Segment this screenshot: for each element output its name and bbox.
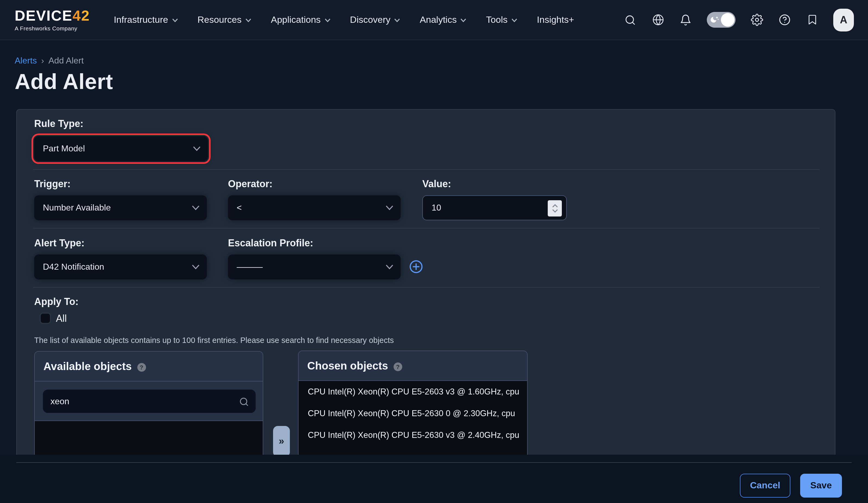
chevron-down-icon [192, 264, 200, 270]
escalation-profile-select[interactable]: ——— [228, 254, 401, 280]
menu-item-applications[interactable]: Applications [271, 14, 330, 25]
theme-toggle[interactable] [707, 12, 735, 28]
value-input[interactable] [423, 196, 566, 220]
toggle-knob [721, 13, 734, 27]
main-menu: Infrastructure Resources Applications Di… [114, 14, 574, 25]
apply-to-label: Apply To: [34, 296, 79, 308]
menu-item-insights[interactable]: Insights+ [537, 14, 574, 25]
help-badge-icon[interactable]: ? [394, 362, 402, 371]
search-icon [239, 397, 249, 407]
menu-item-resources[interactable]: Resources [197, 14, 251, 25]
divider [33, 169, 820, 170]
help-badge-icon[interactable]: ? [137, 363, 146, 371]
settings-gear-icon[interactable] [750, 13, 763, 26]
stepper-down-icon [552, 209, 558, 213]
chevron-down-icon [245, 19, 251, 22]
rule-type-label: Rule Type: [34, 118, 83, 130]
form-footer: Cancel Save [0, 455, 868, 503]
chevron-down-icon [324, 19, 330, 22]
chevron-down-icon [461, 19, 467, 22]
available-objects-title: Available objects [43, 360, 132, 373]
help-icon[interactable] [778, 13, 791, 26]
alert-type-label: Alert Type: [34, 238, 84, 249]
footer-divider [16, 462, 852, 463]
number-stepper[interactable] [548, 200, 562, 217]
move-to-chosen-button[interactable]: » [273, 426, 290, 457]
plus-circle-icon [409, 259, 423, 274]
cancel-button[interactable]: Cancel [740, 474, 790, 497]
value-label: Value: [422, 179, 451, 190]
chevron-down-icon [172, 19, 178, 22]
chosen-object-row[interactable]: CPU Intel(R) Xeon(R) CPU E5-2603 v3 @ 1.… [299, 381, 527, 402]
logo-accent: 42 [72, 8, 90, 24]
add-escalation-profile-button[interactable] [409, 259, 423, 274]
chevron-down-icon [192, 206, 200, 210]
chevron-down-icon [193, 146, 201, 151]
add-alert-page: DEVICE42 A Freshworks Company Infrastruc… [0, 0, 868, 503]
escalation-profile-label: Escalation Profile: [228, 238, 313, 249]
logo-wordmark: DEVICE42 [15, 9, 90, 23]
menu-item-infrastructure[interactable]: Infrastructure [114, 14, 178, 25]
divider [33, 287, 820, 287]
device42-logo[interactable]: DEVICE42 A Freshworks Company [15, 9, 90, 31]
objects-limit-note: The list of available objects contains u… [34, 336, 394, 345]
chosen-object-row[interactable]: CPU Intel(R) Xeon(R) CPU E5-2630 0 @ 2.3… [299, 402, 527, 424]
chosen-objects-title: Chosen objects [307, 359, 388, 372]
available-objects-search-section [35, 381, 263, 421]
apply-to-all-label: All [56, 313, 67, 324]
chevron-down-icon [385, 264, 394, 270]
apply-to-all-checkbox[interactable] [40, 313, 51, 324]
chevron-down-icon [385, 206, 394, 210]
menu-item-tools[interactable]: Tools [486, 14, 517, 25]
divider [33, 228, 820, 229]
value-number-field [422, 195, 567, 220]
search-icon[interactable] [624, 13, 637, 26]
page-title: Add Alert [15, 70, 113, 94]
trigger-label: Trigger: [34, 179, 71, 190]
logo-tagline: A Freshworks Company [15, 25, 90, 31]
available-objects-search-input[interactable] [43, 390, 256, 413]
save-button[interactable]: Save [800, 474, 842, 497]
breadcrumb-separator: › [41, 56, 44, 66]
available-objects-search-field [42, 389, 256, 413]
breadcrumb-current: Add Alert [48, 56, 84, 66]
chevron-down-icon [394, 19, 400, 22]
alert-type-select[interactable]: D42 Notification [34, 254, 207, 280]
breadcrumb: Alerts › Add Alert [15, 56, 84, 66]
bookmark-icon[interactable] [806, 13, 819, 26]
breadcrumb-alerts-link[interactable]: Alerts [15, 56, 37, 66]
moon-icon [710, 15, 720, 24]
alert-form-panel: Rule Type: Part Model Trigger: Operator:… [16, 109, 835, 479]
chevron-down-icon [512, 19, 517, 22]
chosen-objects-header: Chosen objects ? [299, 351, 527, 381]
operator-select[interactable]: < [228, 195, 401, 220]
menu-item-discovery[interactable]: Discovery [350, 14, 400, 25]
stepper-up-icon [552, 204, 558, 208]
chosen-object-row[interactable]: CPU Intel(R) Xeon(R) CPU E5-2630 v3 @ 2.… [299, 424, 527, 446]
globe-icon[interactable] [651, 13, 664, 26]
available-objects-header: Available objects ? [35, 352, 263, 381]
rule-type-select[interactable]: Part Model [34, 136, 208, 161]
trigger-select[interactable]: Number Available [34, 195, 207, 220]
top-nav: DEVICE42 A Freshworks Company Infrastruc… [0, 0, 868, 40]
notifications-bell-icon[interactable] [679, 13, 692, 26]
nav-utilities: A [624, 8, 854, 31]
menu-item-analytics[interactable]: Analytics [420, 14, 467, 25]
operator-label: Operator: [228, 179, 272, 190]
user-avatar[interactable]: A [833, 8, 854, 31]
